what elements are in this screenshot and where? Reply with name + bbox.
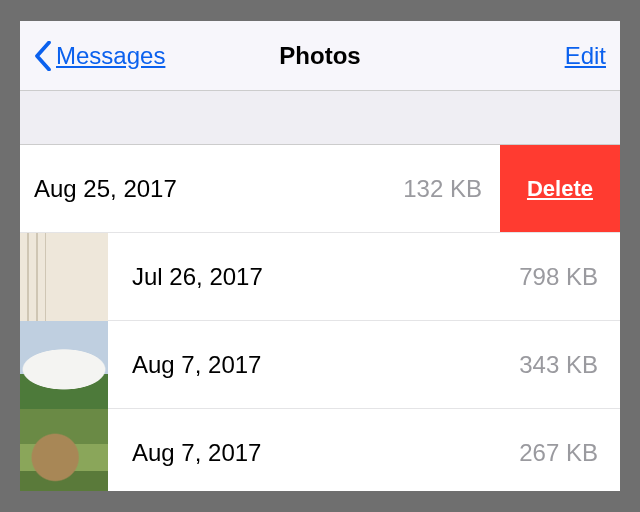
photo-thumbnail — [20, 321, 108, 409]
photo-row[interactable]: Aug 25, 2017 132 KB Delete — [20, 145, 620, 233]
back-label: Messages — [56, 42, 165, 70]
photo-thumbnail — [20, 409, 108, 492]
chevron-left-icon — [34, 41, 52, 71]
photo-size: 132 KB — [403, 175, 500, 203]
photo-row[interactable]: Jul 26, 2017 798 KB — [20, 233, 620, 321]
navbar: Messages Photos Edit — [20, 21, 620, 91]
photo-row[interactable]: Aug 7, 2017 267 KB — [20, 409, 620, 491]
photo-date: Aug 25, 2017 — [20, 175, 403, 203]
photo-size: 343 KB — [519, 351, 620, 379]
delete-button[interactable]: Delete — [500, 145, 620, 232]
photo-size: 798 KB — [519, 263, 620, 291]
edit-button[interactable]: Edit — [565, 42, 606, 70]
photo-thumbnail — [20, 233, 108, 321]
photo-date: Aug 7, 2017 — [108, 439, 519, 467]
photo-date: Jul 26, 2017 — [108, 263, 519, 291]
photo-date: Aug 7, 2017 — [108, 351, 519, 379]
photos-screen: Messages Photos Edit Aug 25, 2017 132 KB… — [20, 21, 620, 491]
back-button[interactable]: Messages — [34, 41, 165, 71]
photo-list: Aug 25, 2017 132 KB Delete Jul 26, 2017 … — [20, 145, 620, 491]
photo-size: 267 KB — [519, 439, 620, 467]
photo-row[interactable]: Aug 7, 2017 343 KB — [20, 321, 620, 409]
section-gap — [20, 91, 620, 145]
